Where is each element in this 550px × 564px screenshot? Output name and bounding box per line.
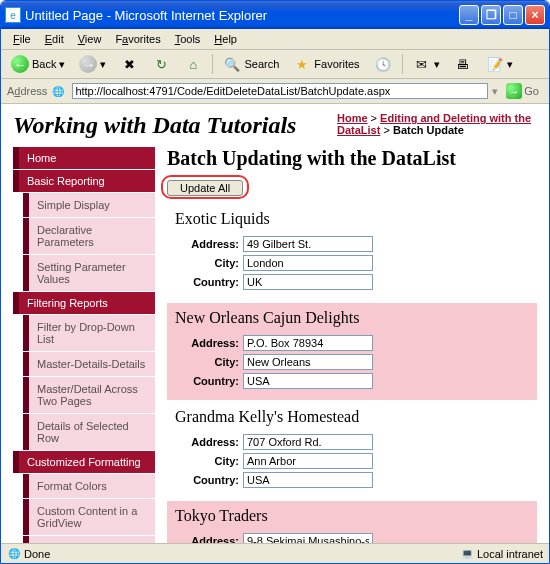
list-item: Grandma Kelly's HomesteadAddress:City:Co…: [167, 402, 537, 499]
country-input[interactable]: [243, 274, 373, 290]
sidebar-group-basic-reporting[interactable]: Basic Reporting: [13, 170, 155, 192]
address-label: Address:: [175, 238, 243, 250]
stop-icon: ✖: [120, 55, 138, 73]
country-label: Country:: [175, 375, 243, 387]
go-icon: →: [506, 83, 522, 99]
address-bar: Address 🌐 ▾ →Go: [1, 79, 549, 104]
search-button[interactable]: 🔍Search: [219, 53, 283, 75]
city-label: City:: [175, 356, 243, 368]
edit-button[interactable]: 📝▾: [482, 53, 517, 75]
back-button[interactable]: ←Back ▾: [7, 53, 69, 75]
item-name: New Orleans Cajun Delights: [175, 309, 529, 327]
browser-viewport[interactable]: Working with Data Tutorials Home > Editi…: [1, 104, 549, 543]
sidebar-item[interactable]: Format Colors: [23, 474, 155, 498]
print-button[interactable]: 🖶: [450, 53, 476, 75]
address-input[interactable]: [243, 335, 373, 351]
minimize-button[interactable]: _: [459, 5, 479, 25]
history-button[interactable]: 🕓: [370, 53, 396, 75]
sidebar-item[interactable]: Declarative Parameters: [23, 218, 155, 254]
menu-edit[interactable]: Edit: [39, 31, 70, 47]
sidebar-group-filtering-reports[interactable]: Filtering Reports: [13, 292, 155, 314]
address-label: Address:: [175, 337, 243, 349]
favorites-label: Favorites: [314, 58, 359, 70]
country-input[interactable]: [243, 373, 373, 389]
address-dropdown[interactable]: ▾: [492, 85, 498, 98]
mail-icon: ✉: [413, 55, 431, 73]
close-button[interactable]: ×: [525, 5, 545, 25]
favorites-button[interactable]: ★Favorites: [289, 53, 363, 75]
refresh-icon: ↻: [152, 55, 170, 73]
status-left: Done: [24, 548, 50, 560]
back-label: Back: [32, 58, 56, 70]
ie-icon: e: [5, 7, 21, 23]
zone-icon: 💻: [460, 547, 474, 561]
address-input[interactable]: [243, 533, 373, 543]
page-icon: 🌐: [51, 84, 65, 98]
page-heading: Batch Updating with the DataList: [167, 147, 537, 170]
search-label: Search: [244, 58, 279, 70]
breadcrumb-home[interactable]: Home: [337, 112, 368, 124]
sidebar-item[interactable]: Details of Selected Row: [23, 414, 155, 450]
maximize-button[interactable]: □: [503, 5, 523, 25]
home-button[interactable]: ⌂: [180, 53, 206, 75]
address-label: Address:: [175, 436, 243, 448]
menu-view[interactable]: View: [72, 31, 108, 47]
address-input[interactable]: [243, 236, 373, 252]
star-icon: ★: [293, 55, 311, 73]
city-input[interactable]: [243, 354, 373, 370]
menu-file[interactable]: File: [7, 31, 37, 47]
city-input[interactable]: [243, 453, 373, 469]
mail-button[interactable]: ✉▾: [409, 53, 444, 75]
list-item: Exotic LiquidsAddress:City:Country:: [167, 204, 537, 301]
sidebar-item[interactable]: Setting Parameter Values: [23, 255, 155, 291]
forward-button[interactable]: → ▾: [75, 53, 110, 75]
go-button[interactable]: →Go: [502, 82, 543, 100]
sidebar-item[interactable]: Master/Detail Across Two Pages: [23, 377, 155, 413]
search-icon: 🔍: [223, 55, 241, 73]
datalist: Exotic LiquidsAddress:City:Country:New O…: [167, 204, 537, 543]
menu-help[interactable]: Help: [208, 31, 243, 47]
update-all-button[interactable]: Update All: [167, 180, 243, 196]
titlebar: e Untitled Page - Microsoft Internet Exp…: [1, 1, 549, 29]
sidebar-item[interactable]: Custom Content in a GridView: [23, 499, 155, 535]
city-label: City:: [175, 257, 243, 269]
sidebar: Home Basic Reporting Simple Display Decl…: [13, 147, 155, 543]
item-name: Tokyo Traders: [175, 507, 529, 525]
status-right: Local intranet: [477, 548, 543, 560]
print-icon: 🖶: [454, 55, 472, 73]
menu-tools[interactable]: Tools: [169, 31, 207, 47]
edit-icon: 📝: [486, 55, 504, 73]
item-name: Exotic Liquids: [175, 210, 529, 228]
country-label: Country:: [175, 276, 243, 288]
sidebar-item[interactable]: Master-Details-Details: [23, 352, 155, 376]
stop-button[interactable]: ✖: [116, 53, 142, 75]
address-label: Address:: [175, 535, 243, 543]
toolbar: ←Back ▾ → ▾ ✖ ↻ ⌂ 🔍Search ★Favorites 🕓 ✉…: [1, 50, 549, 79]
city-input[interactable]: [243, 255, 373, 271]
country-input[interactable]: [243, 472, 373, 488]
window-title: Untitled Page - Microsoft Internet Explo…: [25, 8, 267, 23]
address-input[interactable]: [243, 434, 373, 450]
statusbar: 🌐 Done 💻 Local intranet: [1, 543, 549, 563]
sidebar-group-customized-formatting[interactable]: Customized Formatting: [13, 451, 155, 473]
breadcrumb: Home > Editing and Deleting with the Dat…: [337, 112, 537, 136]
go-label: Go: [524, 85, 539, 97]
list-item: New Orleans Cajun DelightsAddress:City:C…: [167, 303, 537, 400]
address-input[interactable]: [72, 83, 488, 99]
menubar: File Edit View Favorites Tools Help: [1, 29, 549, 50]
sidebar-item-home[interactable]: Home: [13, 147, 155, 169]
restore-button[interactable]: ❐: [481, 5, 501, 25]
main-content: Batch Updating with the DataList Update …: [167, 147, 537, 543]
refresh-button[interactable]: ↻: [148, 53, 174, 75]
breadcrumb-current: Batch Update: [393, 124, 464, 136]
sidebar-item[interactable]: Simple Display: [23, 193, 155, 217]
menu-favorites[interactable]: Favorites: [109, 31, 166, 47]
sidebar-item[interactable]: Filter by Drop-Down List: [23, 315, 155, 351]
history-icon: 🕓: [374, 55, 392, 73]
sidebar-item[interactable]: Custom Content in a DetailsView: [23, 536, 155, 543]
back-icon: ←: [11, 55, 29, 73]
list-item: Tokyo TradersAddress:City:Country:: [167, 501, 537, 543]
city-label: City:: [175, 455, 243, 467]
country-label: Country:: [175, 474, 243, 486]
window-buttons: _ ❐ □ ×: [459, 5, 545, 25]
